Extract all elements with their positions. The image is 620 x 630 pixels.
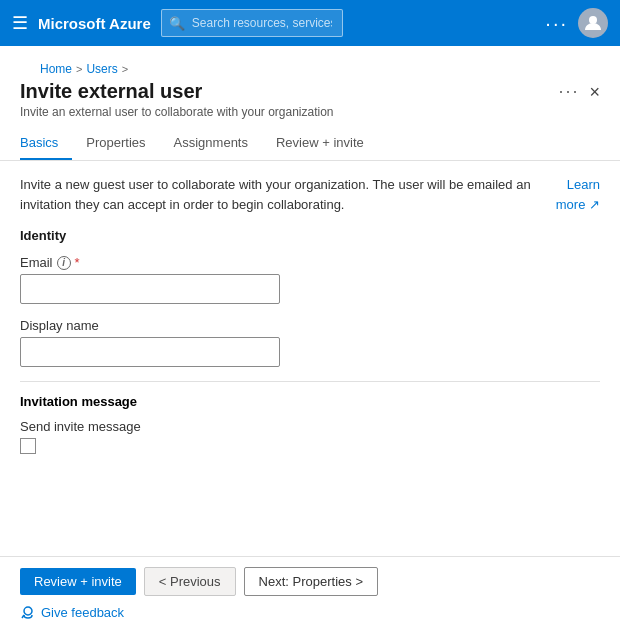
search-bar: 🔍 bbox=[161, 9, 343, 37]
previous-button[interactable]: < Previous bbox=[144, 567, 236, 596]
learn-more[interactable]: Learnmore ↗ bbox=[556, 175, 600, 214]
email-field[interactable] bbox=[20, 274, 280, 304]
review-invite-button[interactable]: Review + invite bbox=[20, 568, 136, 595]
email-label: Email i * bbox=[20, 255, 600, 270]
panel-title-row: Invite external user ··· × bbox=[20, 80, 600, 103]
feedback-label: Give feedback bbox=[41, 605, 124, 620]
avatar[interactable] bbox=[578, 8, 608, 38]
tab-review[interactable]: Review + invite bbox=[262, 127, 378, 160]
breadcrumb-sep2: > bbox=[122, 63, 128, 75]
search-input[interactable] bbox=[161, 9, 343, 37]
top-navigation: ☰ Microsoft Azure 🔍 ··· bbox=[0, 0, 620, 46]
breadcrumb-users[interactable]: Users bbox=[86, 62, 117, 76]
tab-bar: Basics Properties Assignments Review + i… bbox=[20, 127, 600, 160]
feedback-icon bbox=[20, 604, 36, 620]
breadcrumb: Home > Users > bbox=[20, 54, 600, 80]
tab-assignments[interactable]: Assignments bbox=[160, 127, 262, 160]
main-panel: Home > Users > Invite external user ··· … bbox=[0, 46, 620, 630]
send-invite-label: Send invite message bbox=[20, 419, 600, 434]
send-invite-checkbox[interactable] bbox=[20, 438, 36, 454]
svg-point-1 bbox=[24, 607, 32, 615]
email-required: * bbox=[75, 255, 80, 270]
give-feedback-button[interactable]: Give feedback bbox=[20, 604, 600, 620]
invitation-section-title: Invitation message bbox=[20, 394, 600, 409]
breadcrumb-home[interactable]: Home bbox=[40, 62, 72, 76]
email-info-icon[interactable]: i bbox=[57, 256, 71, 270]
info-banner: Invite a new guest user to collaborate w… bbox=[20, 175, 600, 214]
send-invite-row bbox=[20, 438, 600, 454]
svg-point-0 bbox=[589, 16, 597, 24]
learn-more-link[interactable]: Learnmore ↗ bbox=[556, 177, 600, 212]
info-text: Invite a new guest user to collaborate w… bbox=[20, 175, 546, 214]
page-title: Invite external user bbox=[20, 80, 202, 103]
app-title: Microsoft Azure bbox=[38, 15, 151, 32]
tab-properties[interactable]: Properties bbox=[72, 127, 159, 160]
footer-buttons: Review + invite < Previous Next: Propert… bbox=[20, 567, 600, 596]
panel-actions: ··· × bbox=[558, 81, 600, 102]
display-name-label: Display name bbox=[20, 318, 600, 333]
more-options-icon[interactable]: ··· bbox=[545, 12, 568, 35]
display-name-field[interactable] bbox=[20, 337, 280, 367]
panel-subtitle: Invite an external user to collaborate w… bbox=[20, 105, 600, 119]
close-icon[interactable]: × bbox=[589, 83, 600, 101]
panel-body: Invite a new guest user to collaborate w… bbox=[0, 161, 620, 556]
hamburger-icon[interactable]: ☰ bbox=[12, 12, 28, 34]
search-icon: 🔍 bbox=[169, 16, 185, 31]
panel-header: Home > Users > Invite external user ··· … bbox=[0, 46, 620, 161]
section-divider bbox=[20, 381, 600, 382]
tab-basics[interactable]: Basics bbox=[20, 127, 72, 160]
identity-section-title: Identity bbox=[20, 228, 600, 243]
next-button[interactable]: Next: Properties > bbox=[244, 567, 378, 596]
panel-more-icon[interactable]: ··· bbox=[558, 81, 579, 102]
breadcrumb-sep1: > bbox=[76, 63, 82, 75]
panel-footer: Review + invite < Previous Next: Propert… bbox=[0, 556, 620, 630]
